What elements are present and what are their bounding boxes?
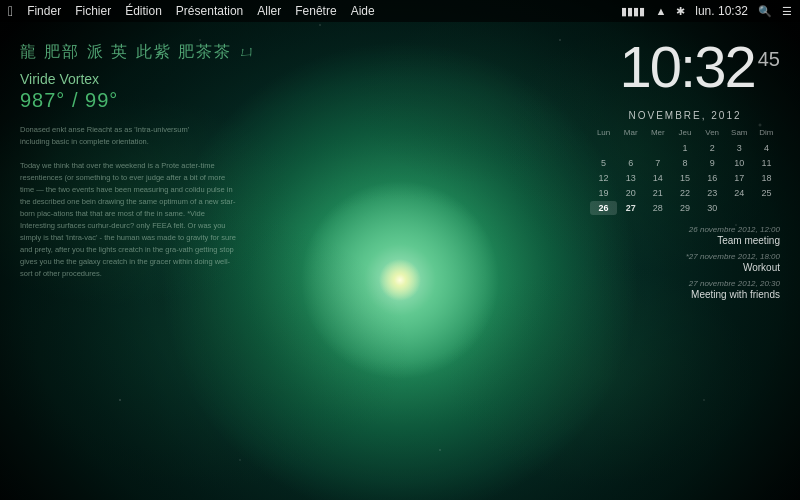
cal-day-26-today[interactable]: 26 [590,201,617,215]
menu-fichier[interactable]: Fichier [75,4,111,18]
cal-day-9[interactable]: 9 [699,156,726,170]
cal-day[interactable] [617,141,644,155]
calendar-grid: Lun Mar Mer Jeu Ven Sam Dim 1 2 3 4 [590,127,780,215]
viride-title: Viride Vortex [20,71,260,87]
cal-header-sam: Sam [726,127,753,138]
cal-day-13[interactable]: 13 [617,171,644,185]
menu-presentation[interactable]: Présentation [176,4,243,18]
cal-header-mar: Mar [617,127,644,138]
cal-day-25[interactable]: 25 [753,186,780,200]
search-icon[interactable]: 🔍 [758,5,772,18]
apple-menu[interactable]:  [8,3,13,19]
alien-text: 龍 肥部 派 英 此紫 肥茶茶 ㄩ [20,42,260,63]
battery-icon: ▮▮▮▮ [621,5,645,18]
left-panel: 龍 肥部 派 英 此紫 肥茶茶 ㄩ Viride Vortex 987° / 9… [20,42,260,280]
cal-day [726,201,753,215]
cal-day[interactable] [590,141,617,155]
event-2-date: *27 novembre 2012, 18:00 [590,252,780,261]
event-1-name: Team meeting [590,235,780,246]
cal-day-5[interactable]: 5 [590,156,617,170]
cal-day-19[interactable]: 19 [590,186,617,200]
cal-day-15[interactable]: 15 [671,171,698,185]
event-1: 26 novembre 2012, 12:00 Team meeting [590,225,780,246]
cal-day-24[interactable]: 24 [726,186,753,200]
event-2: *27 novembre 2012, 18:00 Workout [590,252,780,273]
menu-icon[interactable]: ☰ [782,5,792,18]
event-3-date: 27 novembre 2012, 20:30 [590,279,780,288]
cal-day-30[interactable]: 30 [699,201,726,215]
cal-header-ven: Ven [699,127,726,138]
clock-seconds: 45 [758,48,780,71]
wifi-icon: ▲ [655,5,666,17]
cal-week-2: 5 6 7 8 9 10 11 [590,156,780,170]
cal-header-lun: Lun [590,127,617,138]
cal-day-29[interactable]: 29 [671,201,698,215]
events-panel: 26 novembre 2012, 12:00 Team meeting *27… [590,225,780,300]
menu-aller[interactable]: Aller [257,4,281,18]
menu-fenetre[interactable]: Fenêtre [295,4,336,18]
cal-day-2[interactable]: 2 [699,141,726,155]
menu-edition[interactable]: Édition [125,4,162,18]
cal-day-14[interactable]: 14 [644,171,671,185]
menu-finder[interactable]: Finder [27,4,61,18]
bluetooth-icon: ✱ [676,5,685,18]
menubar-right: ▮▮▮▮ ▲ ✱ lun. 10:32 🔍 ☰ [621,4,792,18]
cal-day-21[interactable]: 21 [644,186,671,200]
calendar-month: NOVEMBRE, 2012 [590,110,780,121]
right-panel: 10:32 45 NOVEMBRE, 2012 Lun Mar Mer Jeu … [580,38,780,306]
cal-week-1: 1 2 3 4 [590,141,780,155]
clock-time: 10:32 [620,38,755,96]
cal-day-11[interactable]: 11 [753,156,780,170]
cal-day-27[interactable]: 27 [617,201,644,215]
cal-day-22[interactable]: 22 [671,186,698,200]
calendar: NOVEMBRE, 2012 Lun Mar Mer Jeu Ven Sam D… [590,110,780,215]
cal-day-17[interactable]: 17 [726,171,753,185]
cal-day-1[interactable]: 1 [671,141,698,155]
cal-day-16[interactable]: 16 [699,171,726,185]
cal-header-dim: Dim [753,127,780,138]
cal-day-8[interactable]: 8 [671,156,698,170]
menubar:  Finder Fichier Édition Présentation Al… [0,0,800,22]
cal-day-20[interactable]: 20 [617,186,644,200]
event-1-date: 26 novembre 2012, 12:00 [590,225,780,234]
cal-header-mer: Mer [644,127,671,138]
cal-day-7[interactable]: 7 [644,156,671,170]
clock-display: 10:32 45 [580,38,780,96]
viride-values: 987° / 99° [20,89,260,112]
event-2-name: Workout [590,262,780,273]
clock-menubar: lun. 10:32 [695,4,748,18]
cal-week-4: 19 20 21 22 23 24 25 [590,186,780,200]
cal-day-6[interactable]: 6 [617,156,644,170]
cal-day-3[interactable]: 3 [726,141,753,155]
cal-header-jeu: Jeu [671,127,698,138]
cal-day-10[interactable]: 10 [726,156,753,170]
menu-aide[interactable]: Aide [351,4,375,18]
menubar-left:  Finder Fichier Édition Présentation Al… [8,3,375,19]
cal-day[interactable] [644,141,671,155]
event-3: 27 novembre 2012, 20:30 Meeting with fri… [590,279,780,300]
event-3-name: Meeting with friends [590,289,780,300]
cal-day [753,201,780,215]
cal-day-23[interactable]: 23 [699,186,726,200]
cal-day-4[interactable]: 4 [753,141,780,155]
desktop-content: 龍 肥部 派 英 此紫 肥茶茶 ㄩ Viride Vortex 987° / 9… [0,22,800,500]
cal-week-5: 26 27 28 29 30 [590,201,780,215]
cal-day-28[interactable]: 28 [644,201,671,215]
cal-day-18[interactable]: 18 [753,171,780,185]
description-text: Donased enkt anse Rieacht as as 'Intra-u… [20,124,240,280]
cal-day-12[interactable]: 12 [590,171,617,185]
calendar-header-row: Lun Mar Mer Jeu Ven Sam Dim [590,127,780,138]
cal-week-3: 12 13 14 15 16 17 18 [590,171,780,185]
